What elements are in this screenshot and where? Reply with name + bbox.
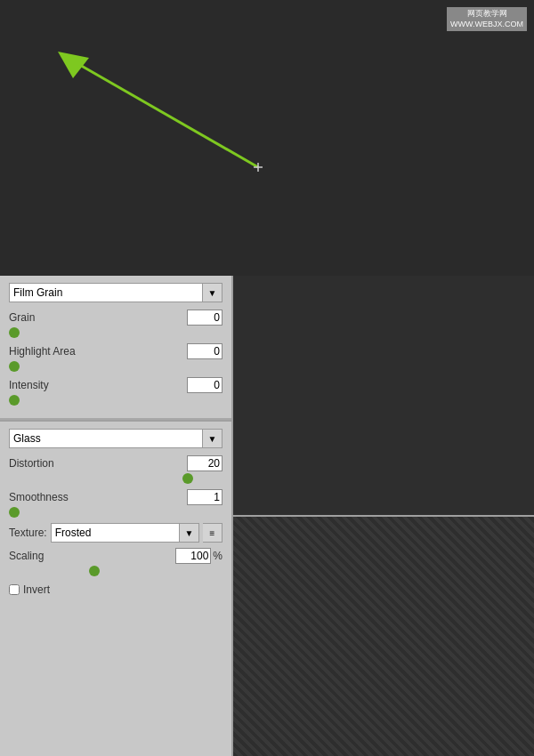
glass-panel: Glass ▼ Distortion Smoothness	[0, 422, 231, 756]
film-grain-dropdown[interactable]: Film Grain	[9, 283, 203, 302]
invert-row: Invert	[9, 583, 222, 596]
watermark: 网页教学网 WWW.WEBJX.COM	[447, 7, 527, 31]
left-panels: Film Grain ▼ Grain Highlight Area	[0, 276, 231, 756]
invert-label: Invert	[23, 583, 50, 596]
glass-dropdown[interactable]: Glass	[9, 429, 203, 448]
distortion-field-row: Distortion	[9, 455, 222, 484]
scaling-input[interactable]	[175, 548, 211, 564]
scaling-field-row: Scaling %	[9, 548, 222, 576]
smoothness-label: Smoothness	[9, 491, 69, 503]
texture-dropdown[interactable]: Frosted	[51, 523, 180, 543]
grain-field-row: Grain	[9, 310, 222, 338]
smoothness-input[interactable]	[187, 489, 222, 505]
intensity-field-row: Intensity	[9, 377, 222, 406]
invert-checkbox[interactable]	[9, 584, 20, 595]
smoothness-slider-thumb[interactable]	[9, 507, 20, 518]
scaling-label: Scaling	[9, 550, 44, 562]
texture-row: Texture: Frosted ▼ ≡	[9, 523, 222, 543]
texture-list-button[interactable]: ≡	[203, 523, 222, 543]
glass-dropdown-arrow[interactable]: ▼	[203, 429, 222, 448]
canvas-area: 网页教学网 WWW.WEBJX.COM	[0, 0, 534, 276]
bottom-area: Film Grain ▼ Grain Highlight Area	[0, 276, 534, 756]
grain-input[interactable]	[187, 310, 222, 326]
intensity-label: Intensity	[9, 379, 49, 391]
film-grain-panel: Film Grain ▼ Grain Highlight Area	[0, 276, 231, 420]
film-grain-preview	[231, 276, 534, 517]
svg-line-0	[78, 64, 258, 167]
intensity-slider-thumb[interactable]	[9, 395, 20, 406]
glass-preview	[231, 517, 534, 756]
svg-marker-1	[58, 52, 89, 78]
distortion-input[interactable]	[187, 455, 222, 471]
highlight-label: Highlight Area	[9, 345, 76, 358]
grain-label: Grain	[9, 311, 35, 324]
texture-dropdown-arrow[interactable]: ▼	[180, 523, 199, 543]
film-grain-dropdown-arrow[interactable]: ▼	[203, 283, 222, 302]
film-grain-header: Film Grain ▼	[9, 283, 222, 302]
smoothness-field-row: Smoothness	[9, 489, 222, 518]
distortion-slider-thumb[interactable]	[182, 473, 193, 484]
right-previews	[231, 276, 534, 756]
scaling-slider-thumb[interactable]	[89, 566, 100, 576]
highlight-slider-thumb[interactable]	[9, 361, 20, 372]
glass-header: Glass ▼	[9, 429, 222, 448]
distortion-label: Distortion	[9, 457, 54, 470]
intensity-input[interactable]	[187, 377, 222, 393]
texture-label: Texture:	[9, 527, 47, 539]
highlight-field-row: Highlight Area	[9, 343, 222, 372]
grain-slider-thumb[interactable]	[9, 327, 20, 338]
highlight-input[interactable]	[187, 343, 222, 359]
scaling-unit: %	[213, 550, 222, 562]
